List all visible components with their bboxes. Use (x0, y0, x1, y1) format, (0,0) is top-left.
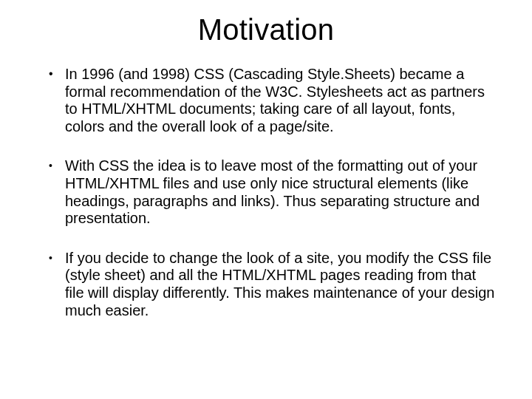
slide: Motivation In 1996 (and 1998) CSS (Casca… (0, 0, 532, 399)
list-item: In 1996 (and 1998) CSS (Cascading Style.… (49, 66, 497, 135)
list-item: If you decide to change the look of a si… (49, 250, 497, 319)
list-item: With CSS the idea is to leave most of th… (49, 157, 497, 227)
slide-title: Motivation (35, 13, 497, 47)
bullet-list: In 1996 (and 1998) CSS (Cascading Style.… (35, 66, 497, 319)
